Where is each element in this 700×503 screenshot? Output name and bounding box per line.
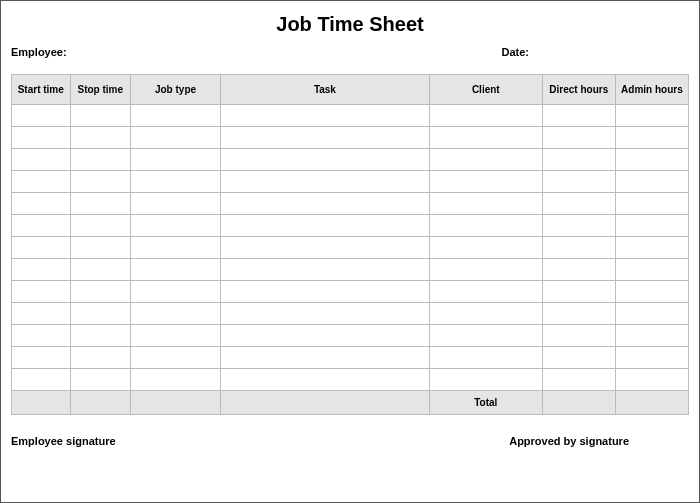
table-cell xyxy=(220,281,429,303)
table-cell xyxy=(542,369,615,391)
col-job-type: Job type xyxy=(131,75,221,105)
table-cell xyxy=(70,369,131,391)
table-cell xyxy=(429,259,542,281)
table-cell xyxy=(615,171,688,193)
table-cell xyxy=(220,215,429,237)
table-cell xyxy=(12,171,71,193)
table-cell xyxy=(542,259,615,281)
table-cell xyxy=(12,259,71,281)
table-row xyxy=(12,237,689,259)
table-cell xyxy=(12,347,71,369)
table-cell xyxy=(615,193,688,215)
table-cell xyxy=(542,325,615,347)
table-cell xyxy=(131,259,221,281)
table-cell xyxy=(542,193,615,215)
table-cell xyxy=(131,149,221,171)
table-cell xyxy=(70,303,131,325)
table-cell xyxy=(131,127,221,149)
table-cell xyxy=(70,149,131,171)
table-cell xyxy=(615,369,688,391)
table-row xyxy=(12,215,689,237)
table-row xyxy=(12,149,689,171)
table-cell xyxy=(542,127,615,149)
col-direct-hours: Direct hours xyxy=(542,75,615,105)
table-cell xyxy=(12,193,71,215)
table-header-row: Start time Stop time Job type Task Clien… xyxy=(12,75,689,105)
col-task: Task xyxy=(220,75,429,105)
table-row xyxy=(12,259,689,281)
table-cell xyxy=(12,237,71,259)
table-cell xyxy=(220,303,429,325)
table-cell xyxy=(429,369,542,391)
table-row xyxy=(12,369,689,391)
table-cell xyxy=(542,281,615,303)
col-client: Client xyxy=(429,75,542,105)
table-cell xyxy=(615,127,688,149)
table-cell xyxy=(131,237,221,259)
table-row xyxy=(12,281,689,303)
timesheet-table: Start time Stop time Job type Task Clien… xyxy=(11,74,689,415)
table-cell xyxy=(220,171,429,193)
table-cell xyxy=(429,193,542,215)
table-cell xyxy=(131,369,221,391)
table-cell xyxy=(70,347,131,369)
table-cell xyxy=(70,325,131,347)
table-cell xyxy=(12,325,71,347)
table-cell xyxy=(542,303,615,325)
table-cell xyxy=(615,347,688,369)
table-cell xyxy=(12,215,71,237)
date-label: Date: xyxy=(501,46,529,58)
table-cell xyxy=(615,237,688,259)
table-cell xyxy=(12,149,71,171)
table-cell xyxy=(429,215,542,237)
table-cell xyxy=(429,127,542,149)
table-cell xyxy=(220,259,429,281)
table-cell xyxy=(131,281,221,303)
col-admin-hours: Admin hours xyxy=(615,75,688,105)
table-cell xyxy=(220,347,429,369)
employee-label: Employee: xyxy=(11,46,67,58)
table-cell xyxy=(131,303,221,325)
col-stop-time: Stop time xyxy=(70,75,131,105)
table-cell xyxy=(70,237,131,259)
table-cell xyxy=(70,105,131,127)
table-cell xyxy=(429,281,542,303)
total-row: Total xyxy=(12,391,689,415)
table-cell xyxy=(220,369,429,391)
signature-row: Employee signature Approved by signature xyxy=(11,435,689,447)
table-cell xyxy=(542,105,615,127)
table-cell xyxy=(131,347,221,369)
page-title: Job Time Sheet xyxy=(11,13,689,36)
table-cell xyxy=(429,149,542,171)
table-row xyxy=(12,127,689,149)
table-cell xyxy=(429,325,542,347)
table-row xyxy=(12,171,689,193)
table-cell xyxy=(615,259,688,281)
table-row xyxy=(12,325,689,347)
table-cell xyxy=(12,105,71,127)
table-cell xyxy=(615,325,688,347)
table-cell xyxy=(12,281,71,303)
table-cell xyxy=(220,193,429,215)
table-cell xyxy=(542,237,615,259)
table-row xyxy=(12,303,689,325)
table-cell xyxy=(615,149,688,171)
table-row xyxy=(12,347,689,369)
table-cell xyxy=(429,347,542,369)
employee-signature-label: Employee signature xyxy=(11,435,116,447)
table-cell xyxy=(70,127,131,149)
total-label: Total xyxy=(429,391,542,415)
table-cell xyxy=(12,303,71,325)
table-cell xyxy=(542,149,615,171)
table-cell xyxy=(12,369,71,391)
table-cell xyxy=(542,347,615,369)
table-cell xyxy=(220,149,429,171)
table-cell xyxy=(70,281,131,303)
table-cell xyxy=(131,193,221,215)
table-cell xyxy=(542,215,615,237)
table-row xyxy=(12,105,689,127)
table-cell xyxy=(220,237,429,259)
table-cell xyxy=(131,325,221,347)
table-cell xyxy=(131,105,221,127)
table-cell xyxy=(429,105,542,127)
